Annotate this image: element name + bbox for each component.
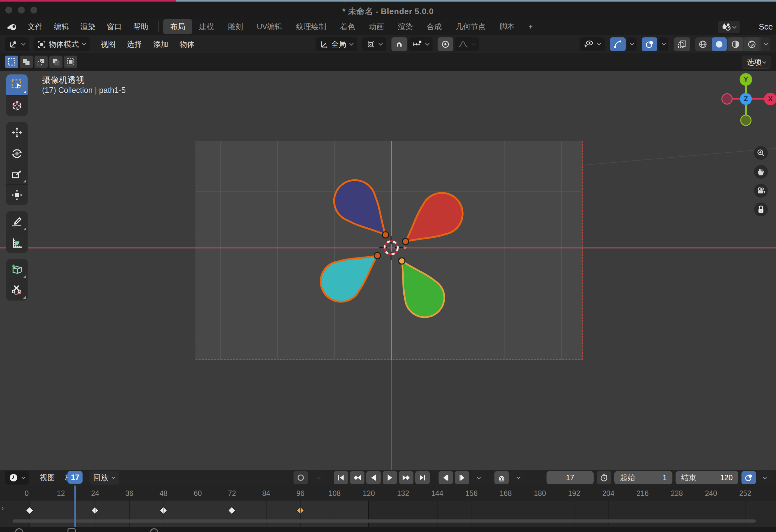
editor-type-dropdown[interactable]	[5, 37, 29, 51]
menu-render[interactable]: 渲染	[75, 20, 101, 34]
timeline-snap-toggle[interactable]	[495, 471, 509, 484]
select-mode-set[interactable]	[5, 55, 18, 68]
frame-end-field[interactable]: 结束120	[675, 471, 738, 484]
next-keyframe-button[interactable]	[399, 471, 413, 484]
timeline-ruler[interactable]: 0122436486072849610812013214415616818019…	[0, 486, 776, 501]
pan-button[interactable]	[754, 165, 768, 179]
camera-lock-button[interactable]	[754, 203, 768, 216]
menu-file[interactable]: 文件	[22, 20, 48, 34]
timeline-overlays-toggle[interactable]	[742, 471, 756, 484]
origin-dot-blue[interactable]	[382, 232, 389, 238]
keying-set-dropdown[interactable]	[311, 471, 326, 484]
shading-solid-button[interactable]	[712, 37, 727, 51]
tool-select-box[interactable]	[6, 74, 28, 95]
tool-rotate[interactable]	[6, 143, 28, 164]
origin-dot-teal[interactable]	[374, 252, 380, 259]
auto-keying-toggle[interactable]	[294, 471, 308, 484]
pivot-point-dropdown[interactable]	[362, 37, 386, 51]
tab-texture-paint[interactable]: 纹理绘制	[289, 19, 333, 34]
tool-transform[interactable]	[6, 184, 28, 205]
select-mode-invert[interactable]	[49, 55, 62, 68]
current-frame-field[interactable]: 17	[547, 471, 594, 484]
petal-teal[interactable]	[313, 239, 389, 310]
playback-dropdown[interactable]: 回放	[89, 471, 119, 485]
tool-options-dropdown[interactable]: 选项	[742, 55, 771, 69]
gizmo-axis-y-neg[interactable]	[740, 115, 752, 126]
tab-sculpting[interactable]: 雕刻	[221, 19, 250, 34]
select-mode-extend[interactable]	[20, 55, 33, 68]
tool-cursor[interactable]	[6, 95, 28, 116]
mode-dropdown[interactable]: 物体模式	[34, 37, 90, 51]
tab-compositing[interactable]: 合成	[420, 19, 448, 34]
proportional-editing-toggle[interactable]	[438, 37, 453, 51]
camera-view-button[interactable]	[754, 184, 768, 197]
timeline-snap-dropdown[interactable]	[511, 471, 525, 484]
tool-cut[interactable]	[6, 280, 28, 301]
timeline-track[interactable]	[0, 501, 776, 527]
origin-dot-red[interactable]	[402, 238, 409, 245]
menu-edit[interactable]: 编辑	[48, 20, 75, 34]
select-menu[interactable]: 选择	[122, 39, 147, 49]
scene-selector[interactable]	[718, 21, 740, 33]
menu-help[interactable]: 帮助	[128, 20, 154, 34]
tool-scale[interactable]	[6, 164, 28, 184]
play-reverse-button[interactable]	[366, 471, 381, 484]
prev-frame-button[interactable]	[438, 471, 453, 484]
petal-green[interactable]	[385, 250, 452, 325]
add-menu[interactable]: 添加	[148, 39, 173, 49]
use-preview-range-toggle[interactable]	[597, 471, 611, 484]
shading-wireframe-button[interactable]	[695, 37, 711, 51]
prev-keyframe-button[interactable]	[350, 471, 364, 484]
select-mode-subtract[interactable]	[34, 55, 48, 68]
frame-jump-dropdown[interactable]	[471, 471, 486, 484]
tab-uv-editing[interactable]: UV编辑	[250, 19, 289, 34]
tab-scripting[interactable]: 脚本	[493, 19, 522, 34]
gizmo-axis-z[interactable]: Z	[740, 93, 752, 105]
tab-geometry-nodes[interactable]: 几何节点	[448, 19, 493, 34]
transform-orientation-dropdown[interactable]: 全局	[316, 37, 357, 51]
timeline-editor-type-dropdown[interactable]	[5, 471, 29, 485]
origin-dot-green[interactable]	[399, 258, 405, 264]
timeline-overlays-dropdown[interactable]	[757, 471, 772, 484]
tab-layout[interactable]: 布局	[163, 19, 192, 34]
shading-dropdown[interactable]	[761, 37, 770, 51]
scene-name[interactable]: Sce	[759, 22, 773, 32]
gizmo-dropdown[interactable]	[627, 37, 637, 51]
xray-toggle[interactable]	[674, 37, 690, 51]
menu-window[interactable]: 窗口	[101, 20, 128, 34]
tool-move[interactable]	[6, 122, 28, 143]
viewport-3d[interactable]: 摄像机透视 (17) Collection | path1-5	[0, 71, 776, 470]
snap-with-dropdown[interactable]	[408, 37, 432, 51]
frame-start-field[interactable]: 起始1	[614, 471, 672, 484]
add-workspace-button[interactable]: +	[522, 20, 540, 34]
play-button[interactable]	[383, 471, 397, 484]
tab-modeling[interactable]: 建模	[192, 19, 221, 34]
next-frame-button[interactable]	[455, 471, 469, 484]
view-menu[interactable]: 视图	[95, 39, 121, 49]
show-overlays-toggle[interactable]	[642, 37, 657, 51]
snap-toggle[interactable]	[391, 37, 407, 51]
jump-to-start-button[interactable]	[334, 471, 348, 484]
jump-to-end-button[interactable]	[415, 471, 430, 484]
visibility-dropdown[interactable]	[579, 37, 605, 51]
petal-blue[interactable]	[326, 171, 401, 249]
gizmo-axis-y[interactable]: Y	[740, 73, 752, 86]
timeline-scrollbar[interactable]	[13, 519, 756, 523]
blender-logo-icon[interactable]	[6, 22, 18, 31]
shading-material-button[interactable]	[728, 37, 743, 51]
playhead-line[interactable]	[74, 486, 76, 527]
shading-rendered-button[interactable]	[744, 37, 759, 51]
playhead-tag[interactable]: 17	[67, 471, 82, 484]
timeline-view-menu[interactable]: 视图	[35, 473, 60, 483]
tool-add-cube[interactable]	[6, 259, 28, 280]
select-mode-intersect[interactable]	[64, 55, 77, 68]
gizmo-axis-x[interactable]: X	[764, 93, 776, 105]
show-gizmo-toggle[interactable]	[610, 37, 626, 51]
tool-measure[interactable]	[6, 232, 28, 253]
tab-shading[interactable]: 着色	[333, 19, 362, 34]
tool-annotate[interactable]	[6, 211, 28, 232]
overlays-dropdown[interactable]	[658, 37, 668, 51]
tab-animation[interactable]: 动画	[362, 19, 391, 34]
gizmo-axis-x-neg[interactable]	[721, 93, 733, 105]
channel-expand-arrow[interactable]: ›	[1, 504, 4, 513]
